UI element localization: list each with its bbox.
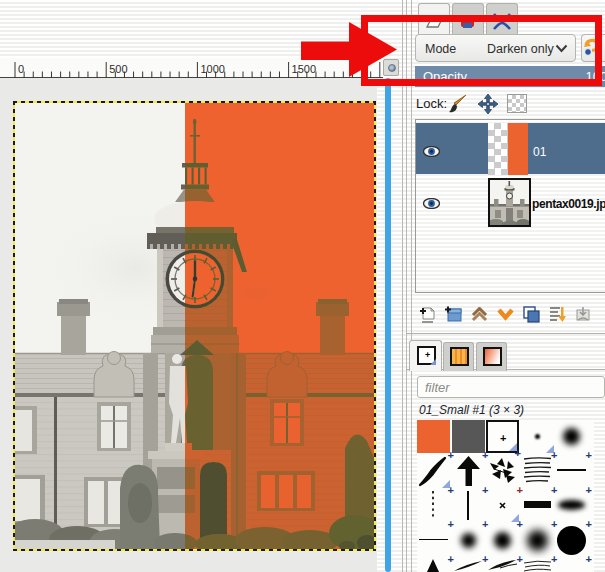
- svg-text:0: 0: [18, 63, 24, 75]
- svg-text:1000: 1000: [200, 63, 224, 75]
